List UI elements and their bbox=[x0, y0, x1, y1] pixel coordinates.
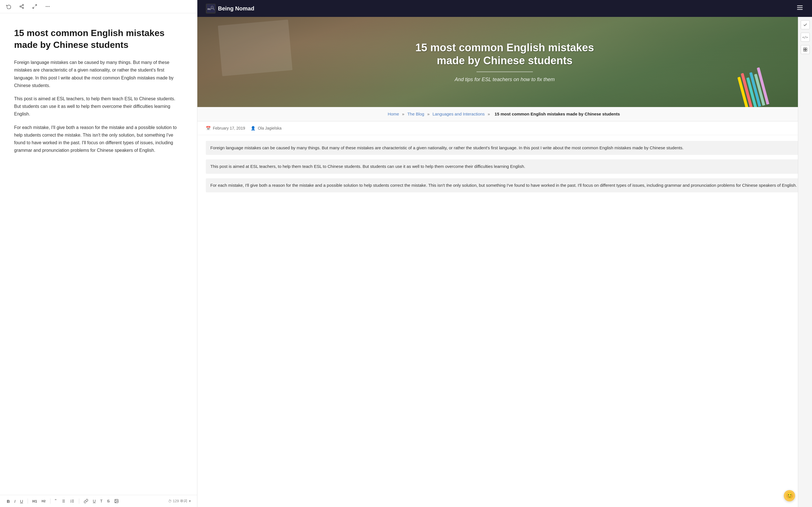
stack-action-icon[interactable] bbox=[801, 45, 810, 54]
svg-point-7 bbox=[46, 6, 47, 7]
post-meta: 📅 February 17, 2019 👤 Ola Jagielska bbox=[197, 121, 812, 135]
unordered-list-button[interactable] bbox=[60, 498, 66, 504]
article-paragraph-3: For each mistake, I'll give both a reaso… bbox=[206, 178, 804, 192]
heading1-button[interactable]: H1 bbox=[31, 499, 38, 504]
calendar-icon: 📅 bbox=[206, 126, 211, 130]
editor-body[interactable]: Foreign language mistakes can be caused … bbox=[14, 59, 183, 154]
author-icon: 👤 bbox=[251, 126, 255, 130]
hamburger-menu-icon[interactable] bbox=[796, 4, 804, 13]
svg-point-1 bbox=[20, 6, 21, 7]
ordered-list-button[interactable] bbox=[69, 498, 75, 504]
website-preview-panel: BN Being Nomad bbox=[197, 0, 812, 507]
logo-icon: BN bbox=[206, 4, 216, 13]
svg-line-5 bbox=[35, 4, 37, 6]
editor-paragraph-3: For each mistake, I'll give both a reaso… bbox=[14, 124, 183, 154]
article-paragraph-1: Foreign language mistakes can be caused … bbox=[206, 141, 804, 155]
dropdown-arrow[interactable]: ▼ bbox=[188, 499, 192, 503]
svg-rect-27 bbox=[804, 48, 805, 49]
svg-point-0 bbox=[22, 4, 24, 6]
emoji-feedback-button[interactable]: 😊 bbox=[784, 490, 795, 501]
breadcrumb-current: 15 most common English mistakes made by … bbox=[495, 112, 620, 116]
svg-line-6 bbox=[33, 7, 34, 8]
post-date: February 17, 2019 bbox=[213, 126, 245, 130]
hero-title: 15 most common English mistakes made by … bbox=[406, 41, 603, 67]
svg-rect-29 bbox=[804, 50, 805, 51]
underline2-button[interactable]: U bbox=[92, 498, 97, 504]
breadcrumb-bar: Home » The Blog » Languages and Interact… bbox=[197, 107, 812, 121]
logo-text: Being Nomad bbox=[218, 5, 254, 12]
check-action-icon[interactable] bbox=[801, 20, 810, 29]
editor-bottom-toolbar: B I U H1 H2 " bbox=[0, 495, 197, 507]
article-title: 15 most common English mistakes made by … bbox=[14, 27, 183, 51]
svg-rect-30 bbox=[805, 50, 807, 51]
italic-button[interactable]: I bbox=[13, 498, 17, 504]
hero-content: 15 most common English mistakes made by … bbox=[406, 41, 603, 82]
site-navigation: BN Being Nomad bbox=[197, 0, 812, 17]
bold-button[interactable]: B bbox=[6, 498, 11, 504]
svg-line-4 bbox=[21, 5, 22, 6]
editor-top-toolbar bbox=[0, 0, 197, 13]
editor-panel: 15 most common English mistakes made by … bbox=[0, 0, 197, 507]
editor-paragraph-2: This post is aimed at ESL teachers, to h… bbox=[14, 95, 183, 118]
link-button[interactable] bbox=[83, 498, 89, 504]
hero-divider bbox=[476, 71, 533, 72]
clock-icon: ⏱ bbox=[168, 499, 172, 503]
editor-paragraph-1: Foreign language mistakes can be caused … bbox=[14, 59, 183, 89]
code-action-icon[interactable]: </> bbox=[801, 33, 810, 42]
svg-point-20 bbox=[116, 500, 116, 501]
svg-point-2 bbox=[22, 7, 24, 9]
typewriter-button[interactable]: T bbox=[99, 498, 103, 504]
hero-section: 15 most common English mistakes made by … bbox=[197, 17, 812, 107]
article-paragraph-2: This post is aimed at ESL teachers, to h… bbox=[206, 159, 804, 173]
svg-text:BN: BN bbox=[207, 8, 210, 10]
website-container[interactable]: BN Being Nomad bbox=[197, 0, 812, 507]
breadcrumb-sep-3: » bbox=[488, 112, 490, 116]
editor-content-area[interactable]: 15 most common English mistakes made by … bbox=[0, 13, 197, 507]
site-logo[interactable]: BN Being Nomad bbox=[206, 4, 254, 13]
word-count-display: ⏱ 129 单词 ▼ bbox=[168, 499, 192, 504]
breadcrumb-blog[interactable]: The Blog bbox=[407, 112, 424, 116]
breadcrumb-sep-1: » bbox=[402, 112, 404, 116]
heading2-button[interactable]: H2 bbox=[40, 499, 47, 503]
divider-1 bbox=[28, 499, 28, 504]
svg-point-8 bbox=[47, 6, 48, 7]
expand-icon[interactable] bbox=[32, 3, 38, 10]
article-content: Foreign language mistakes can be caused … bbox=[197, 135, 812, 203]
more-options-icon[interactable] bbox=[45, 3, 51, 10]
quote-button[interactable]: " bbox=[54, 498, 58, 504]
word-count-text: 129 单词 bbox=[173, 499, 187, 504]
divider-3 bbox=[79, 499, 79, 504]
share-icon[interactable] bbox=[18, 3, 25, 10]
svg-rect-28 bbox=[805, 48, 807, 49]
breadcrumb-sep-2: » bbox=[427, 112, 429, 116]
svg-point-9 bbox=[49, 6, 50, 7]
right-sidebar: </> bbox=[798, 17, 812, 507]
underline-button[interactable]: U bbox=[19, 498, 24, 504]
hero-subtitle: And tips for ESL teachers on how to fix … bbox=[406, 76, 603, 82]
breadcrumb-home[interactable]: Home bbox=[388, 112, 399, 116]
post-author: Ola Jagielska bbox=[258, 126, 282, 130]
strikethrough-button[interactable]: S bbox=[106, 498, 111, 504]
breadcrumb-category[interactable]: Languages and Interactions bbox=[433, 112, 485, 116]
refresh-icon[interactable] bbox=[6, 3, 12, 10]
image-button[interactable] bbox=[113, 498, 120, 504]
svg-line-3 bbox=[21, 7, 22, 8]
